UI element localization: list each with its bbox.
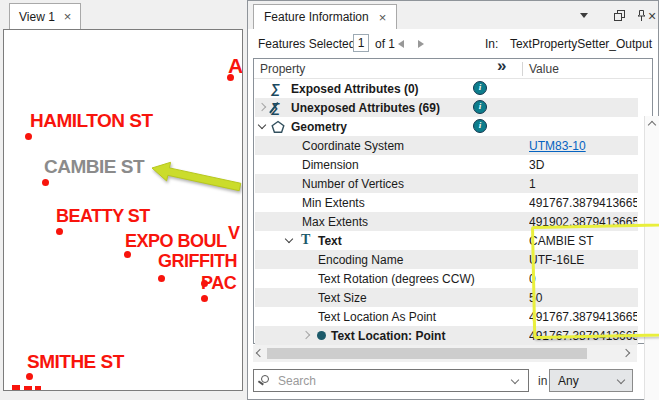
feature-information-panel: Feature Information × × Features Selecte… [247,0,659,400]
street-label-partial-v[interactable]: V [228,223,240,244]
of-total-label: of 1 [375,37,395,51]
property-name: Dimension [302,158,359,172]
property-value: 0 [529,272,637,286]
property-column-header[interactable]: Property [260,62,305,76]
map-point[interactable] [26,373,33,380]
property-name: Coordinate System [302,139,404,153]
collapse-chevron-icon[interactable] [258,121,266,129]
table-header: Property » Value [254,59,652,79]
table-row[interactable]: Coordinate System UTM83-10 [255,136,638,155]
vertical-scrollbar[interactable] [644,116,659,400]
table-row[interactable]: Text Location As Point 491767.3879413665… [255,307,638,326]
property-value: 491767.3879413665, [529,310,637,324]
property-value: 491902.3879413665, [529,215,637,229]
scroll-right-icon[interactable] [622,349,630,357]
features-selected-label: Features Selected: [258,37,359,51]
float-window-icon [614,10,625,21]
property-name: Text Rotation (degrees CCW) [318,272,475,286]
map-point[interactable] [158,275,165,282]
scroll-up-icon[interactable] [648,121,656,129]
expand-chevron-icon[interactable] [302,331,310,339]
close-icon[interactable]: × [379,11,387,24]
chevron-down-icon [617,376,625,384]
search-scope-dropdown[interactable]: Any [549,369,633,392]
street-label-expo[interactable]: EXPO BOUL [125,231,227,252]
map-point[interactable] [201,295,208,302]
collapse-chevron-icon[interactable] [285,235,293,243]
property-value: 1 [529,177,637,191]
property-value: 491767.3879413665, [529,196,637,210]
chevron-down-icon[interactable] [511,376,519,384]
info-icon[interactable]: i [473,100,487,114]
street-label-smithe[interactable]: SMITHE ST [27,351,124,373]
table-row[interactable]: ∑ Exposed Attributes (0) i [255,79,638,98]
map-point[interactable] [227,74,234,81]
geometry-icon [271,120,285,134]
search-scope-value: Any [558,374,579,388]
map-point[interactable] [201,280,208,287]
view-panel: View 1 × A HAMILTON ST CAMBIE ST BEATTY … [0,0,247,400]
float-window-button[interactable] [611,8,627,23]
panel-menu-button[interactable] [576,8,592,23]
map-point[interactable] [124,251,131,258]
street-label-beatty[interactable]: BEATTY ST [56,206,150,227]
search-icon [261,375,269,383]
property-name: Text [318,234,342,248]
table-row[interactable]: Dimension 3D [255,155,638,174]
table-row[interactable]: Text Size 50 [255,288,638,307]
next-feature-button[interactable] [418,40,424,48]
expand-columns-icon[interactable]: » [497,56,504,76]
table-row[interactable]: Max Extents 491902.3879413665, [255,212,638,231]
property-table: Property » Value ∑ Exposed Attributes (0… [253,58,653,344]
search-box[interactable] [253,369,529,392]
property-name: Geometry [291,120,347,134]
property-name: Number of Vertices [302,177,404,191]
property-value: 491767.3879413665, [529,329,637,343]
property-value: 3D [529,158,637,172]
table-row[interactable]: Text Rotation (degrees CCW) 0 [255,269,638,288]
table-row[interactable]: Min Extents 491767.3879413665, [255,193,638,212]
tab-view-1-label: View 1 [19,10,55,24]
selected-feature-index[interactable]: 1 [353,34,369,52]
feature-info-tabbar: Feature Information × × [248,1,658,29]
close-icon[interactable]: × [64,10,72,23]
table-row[interactable]: Text Location: Point 491767.3879413665, [255,326,638,345]
property-value: 50 [529,291,637,305]
horizontal-scrollbar[interactable] [253,345,637,362]
coordinate-system-link[interactable]: UTM83-10 [529,139,586,153]
property-value: CAMBIE ST [529,234,637,248]
table-row[interactable]: Encoding Name UTF-16LE [255,250,638,269]
street-label-cambie-selected[interactable]: CAMBIE ST [44,156,144,178]
close-panel-button[interactable]: × [644,8,659,23]
street-label-griffith[interactable]: GRIFFITH [158,251,237,272]
property-name: Encoding Name [318,253,403,267]
previous-feature-button[interactable] [398,40,404,48]
search-in-label: in [538,374,547,388]
scroll-left-icon[interactable] [256,349,264,357]
info-icon[interactable]: i [473,119,487,133]
property-value: UTF-16LE [529,253,637,267]
table-row[interactable]: ∑ Unexposed Attributes (69) i [255,98,638,117]
property-name: Text Size [318,291,367,305]
table-row[interactable]: Geometry i [255,117,638,136]
table-row[interactable]: Number of Vertices 1 [255,174,638,193]
map-point[interactable] [42,179,49,186]
map-viewport[interactable]: A HAMILTON ST CAMBIE ST BEATTY ST EXPO B… [3,29,243,391]
info-icon[interactable]: i [473,81,487,95]
property-name: Min Extents [302,196,365,210]
property-name: Max Extents [302,215,368,229]
table-row[interactable]: T Text CAMBIE ST [255,231,638,250]
tab-view-1[interactable]: View 1 × [9,3,81,29]
property-name: Unexposed Attributes (69) [291,101,440,115]
map-point[interactable] [56,228,63,235]
tab-feature-information[interactable]: Feature Information × [253,4,397,29]
map-point[interactable] [25,133,32,140]
property-name: Text Location As Point [318,310,436,324]
value-column-header[interactable]: Value [529,62,559,76]
scrollbar-thumb[interactable] [267,348,587,359]
expand-chevron-icon[interactable] [258,103,266,111]
column-divider[interactable] [522,62,523,76]
street-label-hamilton[interactable]: HAMILTON ST [30,110,153,132]
in-label: In: [485,37,498,51]
search-input[interactable] [278,371,508,390]
